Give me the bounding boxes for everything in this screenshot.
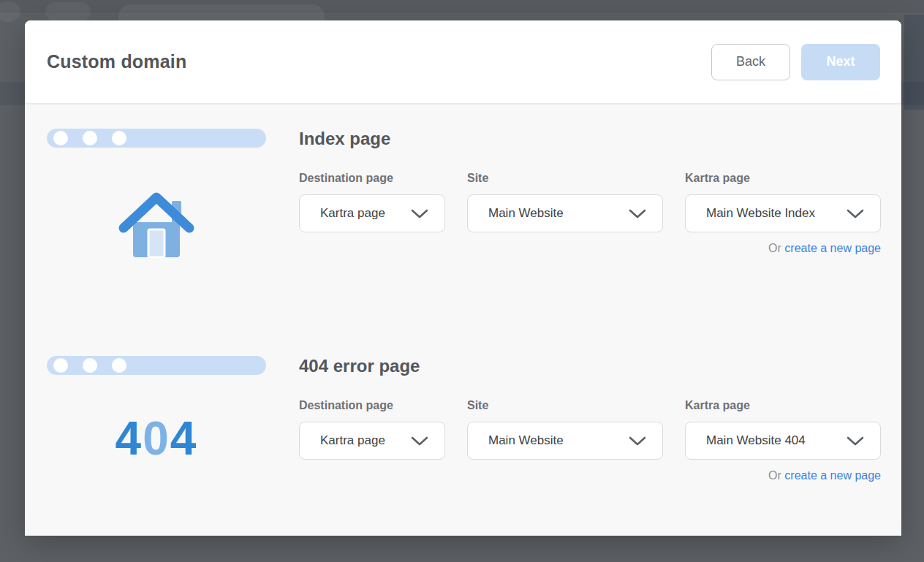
page-background: Custom domain Back Next xyxy=(0,0,924,562)
chevron-down-icon xyxy=(411,436,428,446)
chevron-down-icon xyxy=(629,436,646,446)
section-heading: Index page xyxy=(299,129,881,149)
or-text: Or xyxy=(768,469,781,482)
index-page-form: Index page Destination page Kartra page xyxy=(299,129,881,258)
select-value: Main Website Index xyxy=(706,206,815,221)
field-label: Destination page xyxy=(299,398,445,413)
background-chip xyxy=(45,2,91,21)
destination-page-field: Destination page Kartra page xyxy=(299,398,445,460)
select-value: Main Website xyxy=(488,206,564,221)
site-select[interactable]: Main Website xyxy=(467,422,663,460)
index-page-illustration xyxy=(47,129,266,258)
kartra-page-field: Kartra page Main Website Index xyxy=(685,171,881,232)
site-field: Site Main Website xyxy=(467,171,663,232)
kartra-page-field: Kartra page Main Website 404 xyxy=(685,398,881,460)
field-label: Kartra page xyxy=(685,171,881,186)
background-avatar xyxy=(0,1,20,22)
section-heading: 404 error page xyxy=(299,356,881,376)
browser-dot-icon xyxy=(53,131,68,145)
modal-body: Index page Destination page Kartra page xyxy=(25,105,901,482)
custom-domain-modal: Custom domain Back Next xyxy=(25,20,901,536)
create-new-page-link[interactable]: create a new page xyxy=(784,242,881,254)
back-button[interactable]: Back xyxy=(711,44,790,80)
browser-dot-icon xyxy=(83,131,97,145)
index-page-section: Index page Destination page Kartra page xyxy=(47,129,879,258)
create-new-page-link[interactable]: create a new page xyxy=(784,469,881,482)
select-value: Main Website 404 xyxy=(706,433,806,448)
home-icon xyxy=(118,190,195,258)
404-digit: 0 xyxy=(143,412,170,465)
browser-mockup-bar xyxy=(47,356,266,375)
chevron-down-icon xyxy=(411,209,428,219)
fields-row: Destination page Kartra page Site xyxy=(299,398,881,460)
browser-dot-icon xyxy=(53,358,68,373)
next-button[interactable]: Next xyxy=(801,44,880,80)
chevron-down-icon xyxy=(847,209,864,219)
background-right-panel xyxy=(904,15,924,110)
fields-row: Destination page Kartra page Site xyxy=(299,171,881,232)
field-label: Site xyxy=(467,171,663,186)
destination-page-field: Destination page Kartra page xyxy=(299,171,445,232)
browser-dot-icon xyxy=(83,358,97,373)
error-page-form: 404 error page Destination page Kartra p… xyxy=(299,356,881,482)
chevron-down-icon xyxy=(629,209,646,219)
select-value: Kartra page xyxy=(320,433,385,448)
field-label: Kartra page xyxy=(685,398,881,413)
browser-mockup-bar xyxy=(47,129,266,148)
header-buttons: Back Next xyxy=(711,44,880,80)
field-label: Destination page xyxy=(299,171,445,186)
or-text: Or xyxy=(768,242,781,254)
error-page-illustration: 404 xyxy=(47,356,266,482)
background-topbar xyxy=(0,0,924,13)
create-page-row: Or create a new page xyxy=(299,469,881,482)
chevron-down-icon xyxy=(847,436,864,446)
modal-header: Custom domain Back Next xyxy=(25,20,901,105)
select-value: Kartra page xyxy=(320,206,385,221)
site-field: Site Main Website xyxy=(467,398,663,460)
404-digit: 4 xyxy=(116,412,143,465)
404-digit: 4 xyxy=(170,412,198,465)
404-graphic: 404 xyxy=(47,414,266,463)
destination-page-select[interactable]: Kartra page xyxy=(299,194,445,232)
select-value: Main Website xyxy=(488,433,564,448)
site-select[interactable]: Main Website xyxy=(467,194,663,232)
home-illustration xyxy=(47,190,266,258)
create-page-row: Or create a new page xyxy=(299,242,881,255)
kartra-page-select[interactable]: Main Website Index xyxy=(685,194,881,232)
browser-dot-icon xyxy=(112,131,126,145)
destination-page-select[interactable]: Kartra page xyxy=(299,422,445,460)
modal-title: Custom domain xyxy=(47,51,187,72)
field-label: Site xyxy=(467,398,663,413)
browser-dot-icon xyxy=(112,358,126,373)
kartra-page-select[interactable]: Main Website 404 xyxy=(685,422,881,460)
error-page-section: 404 404 error page Destination page Kart… xyxy=(47,356,879,482)
